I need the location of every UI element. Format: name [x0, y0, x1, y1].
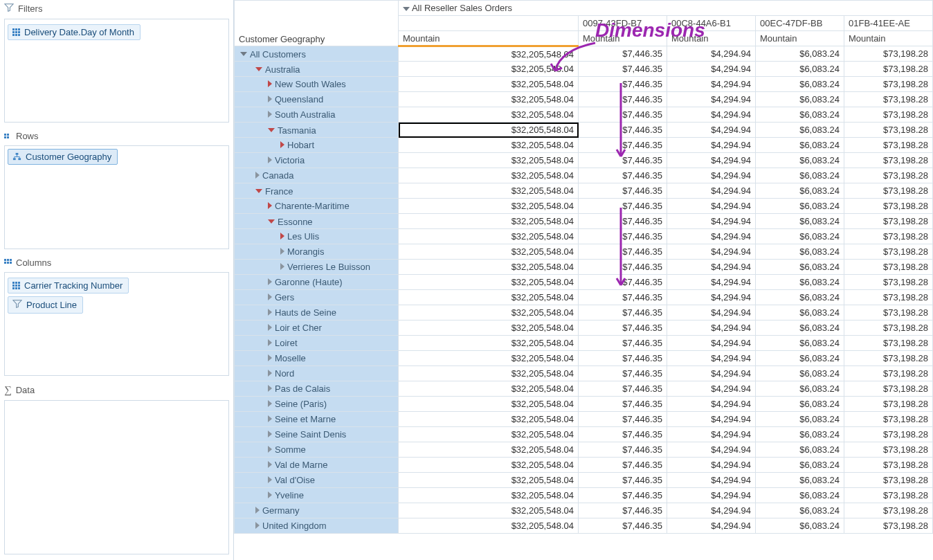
value-cell[interactable]: $32,205,548.04	[399, 518, 579, 534]
value-cell[interactable]: $32,205,548.04	[399, 488, 579, 503]
value-cell[interactable]: $6,083.24	[756, 427, 844, 442]
value-cell[interactable]: $4,294.94	[667, 336, 756, 351]
row-hdr[interactable]: Yveline	[235, 488, 399, 503]
value-cell[interactable]: $4,294.94	[667, 503, 756, 518]
row-hdr[interactable]: Garonne (Haute)	[235, 275, 399, 290]
value-cell[interactable]: $73,198.28	[844, 199, 933, 214]
row-hdr[interactable]: New South Wales	[235, 77, 399, 92]
value-cell[interactable]: $32,205,548.04	[399, 305, 579, 320]
row-hdr[interactable]: Germany	[235, 503, 399, 518]
value-cell[interactable]: $6,083.24	[756, 351, 844, 366]
value-cell[interactable]: $6,083.24	[756, 107, 844, 123]
value-cell[interactable]: $7,446.35	[579, 381, 667, 397]
value-cell[interactable]: $32,205,548.04	[399, 412, 579, 427]
value-cell[interactable]: $4,294.94	[667, 366, 756, 381]
value-cell[interactable]: $32,205,548.04	[399, 168, 579, 183]
value-cell[interactable]: $4,294.94	[667, 46, 756, 62]
value-cell[interactable]: $6,083.24	[756, 412, 844, 427]
col-hdr-2[interactable]: 00EC-47DF-BB	[756, 16, 844, 31]
value-cell[interactable]: $6,083.24	[756, 320, 844, 336]
value-cell[interactable]: $73,198.28	[844, 290, 933, 305]
value-cell[interactable]: $4,294.94	[667, 442, 756, 458]
value-cell[interactable]: $32,205,548.04	[399, 260, 579, 275]
row-hdr[interactable]: Val de Marne	[235, 458, 399, 473]
value-cell[interactable]: $32,205,548.04	[399, 366, 579, 381]
value-cell[interactable]: $7,446.35	[579, 77, 667, 92]
value-cell[interactable]: $73,198.28	[844, 77, 933, 92]
col-hdr-0[interactable]: 0097-43FD-B7	[579, 16, 667, 31]
row-hdr[interactable]: Verrieres Le Buisson	[235, 260, 399, 275]
value-cell[interactable]: $4,294.94	[667, 397, 756, 412]
value-cell[interactable]: $7,446.35	[579, 153, 667, 168]
row-hdr[interactable]: Victoria	[235, 153, 399, 168]
value-cell[interactable]: $32,205,548.04	[399, 458, 579, 473]
value-cell[interactable]: $6,083.24	[756, 260, 844, 275]
pivot-grid[interactable]: Customer Geography All Reseller Sales Or…	[234, 0, 933, 560]
row-hdr[interactable]: Somme	[235, 442, 399, 458]
value-cell[interactable]: $73,198.28	[844, 488, 933, 503]
row-hdr[interactable]: Pas de Calais	[235, 381, 399, 397]
value-cell[interactable]: $7,446.35	[579, 123, 667, 138]
value-cell[interactable]: $73,198.28	[844, 46, 933, 62]
row-hdr[interactable]: Tasmania	[235, 123, 399, 138]
value-cell[interactable]: $7,446.35	[579, 92, 667, 107]
value-cell[interactable]: $32,205,548.04	[399, 62, 579, 77]
col-hdr-1[interactable]: 00C8-44A6-B1	[667, 16, 756, 31]
value-cell[interactable]: $32,205,548.04	[399, 229, 579, 244]
value-cell[interactable]: $4,294.94	[667, 244, 756, 260]
value-cell[interactable]: $73,198.28	[844, 503, 933, 518]
row-hdr[interactable]: Loiret	[235, 336, 399, 351]
value-cell[interactable]: $32,205,548.04	[399, 442, 579, 458]
row-hdr[interactable]: Hobart	[235, 138, 399, 153]
value-cell[interactable]: $6,083.24	[756, 153, 844, 168]
col-hdr-3[interactable]: 01FB-41EE-AE	[844, 16, 933, 31]
row-hdr[interactable]: Australia	[235, 62, 399, 77]
value-cell[interactable]: $4,294.94	[667, 260, 756, 275]
value-cell[interactable]: $4,294.94	[667, 62, 756, 77]
value-cell[interactable]: $7,446.35	[579, 488, 667, 503]
columns-field-carrier-tracking[interactable]: Carrier Tracking Number	[8, 278, 129, 293]
value-cell[interactable]: $6,083.24	[756, 305, 844, 320]
value-cell[interactable]: $6,083.24	[756, 46, 844, 62]
value-cell[interactable]: $7,446.35	[579, 214, 667, 229]
value-cell[interactable]: $7,446.35	[579, 229, 667, 244]
value-cell[interactable]: $6,083.24	[756, 458, 844, 473]
value-cell[interactable]: $7,446.35	[579, 412, 667, 427]
value-cell[interactable]: $7,446.35	[579, 427, 667, 442]
value-cell[interactable]: $6,083.24	[756, 442, 844, 458]
value-cell[interactable]: $32,205,548.04	[399, 381, 579, 397]
value-cell[interactable]: $7,446.35	[579, 458, 667, 473]
rows-dropzone[interactable]: Customer Geography	[4, 145, 229, 249]
value-cell[interactable]: $32,205,548.04	[399, 77, 579, 92]
value-cell[interactable]: $6,083.24	[756, 229, 844, 244]
value-cell[interactable]: $4,294.94	[667, 488, 756, 503]
row-hdr[interactable]: Seine Saint Denis	[235, 427, 399, 442]
value-cell[interactable]: $32,205,548.04	[399, 503, 579, 518]
value-cell[interactable]: $73,198.28	[844, 62, 933, 77]
col-sub-2[interactable]: Mountain	[667, 31, 756, 46]
row-hdr[interactable]: Seine et Marne	[235, 412, 399, 427]
value-cell[interactable]: $73,198.28	[844, 183, 933, 199]
value-cell[interactable]: $4,294.94	[667, 381, 756, 397]
rows-field-customer-geography[interactable]: Customer Geography	[8, 149, 118, 165]
value-cell[interactable]: $7,446.35	[579, 336, 667, 351]
value-cell[interactable]: $73,198.28	[844, 153, 933, 168]
value-cell[interactable]: $6,083.24	[756, 473, 844, 488]
value-cell[interactable]: $4,294.94	[667, 92, 756, 107]
col-root[interactable]: All Reseller Sales Orders	[399, 1, 933, 16]
value-cell[interactable]: $73,198.28	[844, 381, 933, 397]
value-cell[interactable]: $73,198.28	[844, 366, 933, 381]
value-cell[interactable]: $6,083.24	[756, 488, 844, 503]
row-hdr[interactable]: Canada	[235, 168, 399, 183]
value-cell[interactable]: $4,294.94	[667, 214, 756, 229]
value-cell[interactable]: $73,198.28	[844, 260, 933, 275]
value-cell[interactable]: $6,083.24	[756, 503, 844, 518]
row-hdr[interactable]: Seine (Paris)	[235, 397, 399, 412]
value-cell[interactable]: $4,294.94	[667, 473, 756, 488]
value-cell[interactable]: $6,083.24	[756, 77, 844, 92]
value-cell[interactable]: $6,083.24	[756, 244, 844, 260]
row-hdr[interactable]: Val d'Oise	[235, 473, 399, 488]
columns-field-product-line[interactable]: Product Line	[8, 296, 83, 314]
value-cell[interactable]: $6,083.24	[756, 381, 844, 397]
value-cell[interactable]: $32,205,548.04	[399, 123, 579, 138]
